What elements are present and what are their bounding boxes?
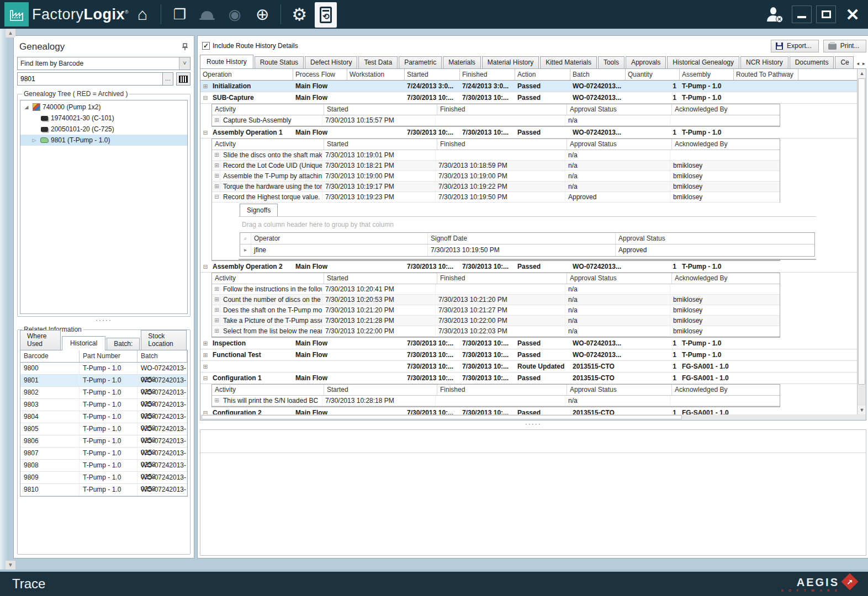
expand-icon[interactable]: ⊞	[200, 349, 210, 360]
browse-button[interactable]: …	[162, 72, 173, 86]
column-header[interactable]: Started	[324, 273, 437, 284]
hardhat-icon[interactable]	[195, 2, 219, 26]
tab-test-data[interactable]: Test Data	[358, 56, 398, 68]
detail-header[interactable]: ActivityStartedFinishedApproval StatusAc…	[212, 385, 780, 396]
column-header[interactable]: Approval Status	[567, 139, 672, 150]
print-button[interactable]: Print...	[823, 40, 867, 52]
tab-parametric[interactable]: Parametric	[399, 56, 442, 68]
tab-scroll-right-icon[interactable]: ▸	[861, 61, 867, 68]
tab-signoffs[interactable]: Signoffs	[240, 204, 278, 216]
related-tab-stock-location[interactable]: Stock Location	[141, 330, 187, 350]
maximize-button[interactable]	[816, 6, 836, 23]
operation-row[interactable]: ⊟Configuration 2Main Flow7/30/2013 10:..…	[200, 407, 857, 414]
trace-module-icon[interactable]: ⟲	[315, 2, 337, 28]
tab-defect-history[interactable]: Defect History	[305, 56, 357, 68]
tree-item[interactable]: 19740021-30 (C-101)	[20, 113, 187, 124]
tree-expander-icon[interactable]: ▷	[30, 137, 38, 143]
expand-icon[interactable]: ⊞	[212, 150, 220, 160]
logout-user-icon[interactable]: ✕	[761, 2, 786, 26]
column-header[interactable]: Started	[324, 139, 437, 150]
column-header[interactable]: Acknowledged By	[672, 273, 780, 284]
globe-icon[interactable]: ⊕	[250, 2, 274, 26]
table-row[interactable]: 9805T-Pump - 1.0WO-07242013-0258	[20, 423, 187, 435]
activity-row[interactable]: ⊞Slide the discs onto the shaft making .…	[212, 150, 780, 161]
activity-row[interactable]: ⊞Count the number of discs on the sha...…	[212, 295, 780, 305]
table-row[interactable]: 9801T-Pump - 1.0WO-07242013-0258	[20, 375, 187, 387]
table-row[interactable]: 9810T-Pump - 1.0WO-07242013-0258	[20, 484, 187, 496]
table-row[interactable]: 9807T-Pump - 1.0WO-07242013-0258	[20, 448, 187, 460]
column-header[interactable]: Finished	[437, 139, 567, 150]
column-header[interactable]: Operation	[200, 69, 293, 80]
column-header[interactable]: Signoff Date	[428, 233, 616, 244]
column-header[interactable]: Finished	[437, 104, 567, 115]
activity-row[interactable]: ⊟Record the Highest torque value.7/30/20…	[212, 192, 780, 203]
activity-row[interactable]: ⊞Does the shaft on the T-Pump move f...7…	[212, 305, 780, 316]
related-tab-batch[interactable]: Batch:	[107, 338, 140, 350]
home-icon[interactable]: ⌂	[130, 2, 155, 26]
detail-header[interactable]: ActivityStartedFinishedApproval StatusAc…	[212, 273, 780, 284]
expand-icon[interactable]: ⊞	[200, 338, 210, 349]
column-header[interactable]: Quantity	[626, 69, 680, 80]
expand-icon[interactable]: ⊞	[200, 361, 210, 372]
tree-expander-icon[interactable]: ◢	[23, 104, 30, 110]
expand-icon[interactable]: ⊟	[200, 407, 210, 414]
column-header[interactable]: Acknowledged By	[672, 139, 780, 150]
expand-icon[interactable]: ⊟	[212, 192, 220, 202]
tab-materials[interactable]: Materials	[443, 56, 481, 68]
scroll-down-icon[interactable]: ▼	[858, 406, 866, 414]
table-row[interactable]: 9802T-Pump - 1.0WO-07242013-0258	[20, 387, 187, 399]
table-row[interactable]: 9809T-Pump - 1.0WO-07242013-0258	[20, 472, 187, 484]
operation-row[interactable]: ⊟SUB-CaptureMain Flow7/30/2013 10:...7/3…	[200, 92, 857, 104]
export-button[interactable]: Export...	[771, 40, 819, 52]
column-header[interactable]: Part Number	[80, 350, 137, 362]
tab-historical-genealogy[interactable]: Historical Genealogy	[667, 56, 739, 68]
expand-icon[interactable]: ⊞	[212, 115, 220, 125]
operation-row[interactable]: ⊞7/30/2013 10:...7/30/2013 10:...Route U…	[200, 361, 857, 372]
tab-documents[interactable]: Documents	[790, 56, 834, 68]
scrollbar-thumb[interactable]	[858, 78, 865, 385]
column-header[interactable]: Acknowledged By	[672, 104, 780, 115]
column-header[interactable]: Barcode	[20, 350, 80, 362]
operation-row[interactable]: ⊟Configuration 1Main Flow7/30/2013 10:..…	[200, 372, 857, 384]
tab-ce[interactable]: Ce	[835, 56, 854, 68]
tab-kitted-materials[interactable]: Kitted Materials	[540, 56, 597, 68]
tree-item[interactable]: 20050101-20 (C-725)	[20, 124, 187, 135]
tree-item[interactable]: ▷9801 (T-Pump - 1.0)	[20, 135, 187, 146]
minimize-button[interactable]	[792, 6, 812, 23]
operation-row[interactable]: ⊞Functional TestMain Flow7/30/2013 10:..…	[200, 349, 857, 361]
tab-route-history[interactable]: Route History	[200, 55, 253, 69]
expand-icon[interactable]: ⊟	[200, 92, 210, 103]
chevron-down-icon[interactable]: ˅	[179, 57, 190, 70]
tab-material-history[interactable]: Material History	[482, 56, 539, 68]
grid-vertical-scrollbar[interactable]: ▲ ▼	[857, 69, 866, 414]
tab-approvals[interactable]: Approvals	[626, 56, 666, 68]
activity-row[interactable]: ⊞Assemble the T-Pump by attaching th...7…	[212, 171, 780, 182]
column-header[interactable]: Approval Status	[616, 233, 814, 244]
activity-row[interactable]: ⊞Follow the instructions in the followin…	[212, 284, 780, 295]
column-header[interactable]: Workstation	[347, 69, 405, 80]
grid-horizontal-scrollbar[interactable]	[200, 414, 866, 421]
column-header[interactable]: Activity	[212, 139, 324, 150]
column-header[interactable]: Activity	[212, 273, 324, 284]
column-header[interactable]: Activity	[212, 104, 324, 115]
expand-icon[interactable]: ⊞	[212, 284, 220, 294]
column-header[interactable]: Assembly	[680, 69, 734, 80]
activity-row[interactable]: ⊞Record the Lot Code UID (Unique Ide...7…	[212, 161, 780, 171]
column-header[interactable]: Approval Status	[567, 273, 672, 284]
column-header[interactable]: Approval Status	[567, 104, 672, 115]
find-mode-dropdown[interactable]: Find Item by Barcode˅	[17, 57, 190, 70]
scroll-down-icon[interactable]: ▼	[6, 561, 15, 570]
column-header[interactable]: Approval Status	[567, 385, 672, 395]
tab-tools[interactable]: Tools	[598, 56, 624, 68]
column-header[interactable]: Finished	[460, 69, 515, 80]
related-tab-where-used[interactable]: Where Used	[20, 330, 61, 350]
column-header[interactable]: Started	[405, 69, 460, 80]
activity-row[interactable]: ⊞Capture Sub-Assembly7/30/2013 10:15:57 …	[212, 115, 780, 126]
include-route-history-checkbox[interactable]: ✓	[202, 42, 210, 50]
table-row[interactable]: 9803T-Pump - 1.0WO-07242013-0258	[20, 399, 187, 411]
column-header[interactable]: Started	[324, 104, 437, 115]
grid-header[interactable]: OperationProcess FlowWorkstationStartedF…	[200, 69, 857, 81]
activity-row[interactable]: ⊞Torque the hardware using the torqu...7…	[212, 182, 780, 192]
signoffs-header[interactable]: ⌕OperatorSignoff DateApproval Status	[240, 233, 814, 244]
detail-splitter[interactable]: ·····	[200, 421, 866, 428]
